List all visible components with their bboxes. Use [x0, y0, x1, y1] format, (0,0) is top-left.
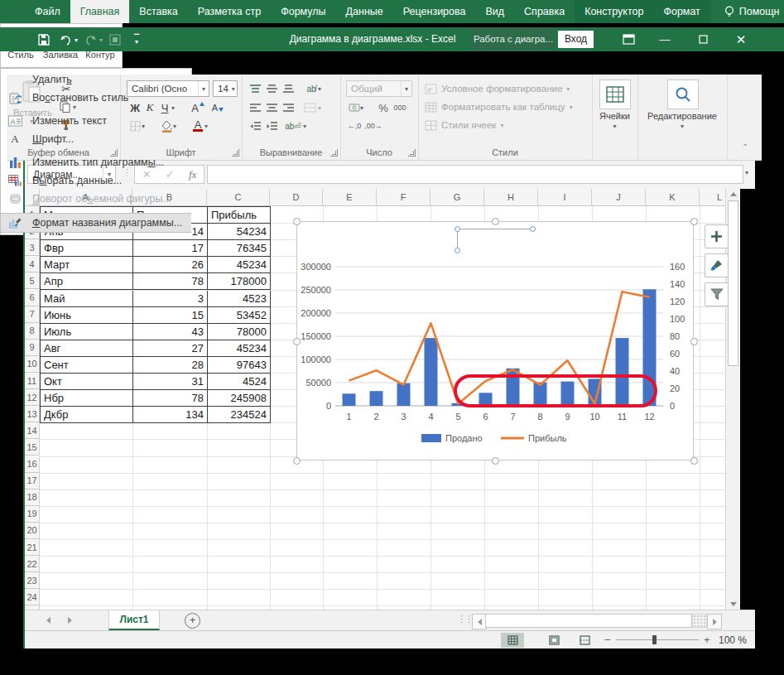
cell-C4[interactable]: 45234	[208, 257, 271, 273]
chart-handle[interactable]	[690, 457, 698, 465]
align-middle-icon[interactable]	[263, 81, 280, 96]
cell-B13[interactable]: 134	[133, 407, 208, 423]
row-header-12[interactable]: 12	[25, 389, 40, 406]
cell-B10[interactable]: 28	[133, 357, 208, 374]
cell-B4[interactable]: 26	[133, 257, 208, 273]
cell-A5[interactable]: Апр	[41, 273, 133, 290]
menu-item-выбрать-данные-[interactable]: Выбрать данные...	[1, 171, 191, 190]
row-header-10[interactable]: 10	[25, 356, 40, 373]
cell-B3[interactable]: 17	[133, 240, 208, 257]
row-header-9[interactable]: 9	[25, 340, 40, 356]
next-sheet-icon[interactable]	[68, 617, 72, 624]
cell-A10[interactable]: Сент	[41, 357, 133, 374]
zoom-in-icon[interactable]: +	[704, 634, 710, 646]
cell-A9[interactable]: Авг	[41, 340, 133, 357]
column-header-H[interactable]: H	[484, 189, 538, 206]
zoom-out-icon[interactable]: −	[604, 634, 611, 646]
grow-font-button[interactable]: A	[190, 100, 206, 115]
increase-indent-icon[interactable]	[263, 118, 280, 133]
chart-handle[interactable]	[293, 457, 301, 465]
vertical-scrollbar[interactable]	[725, 189, 740, 610]
vscroll-up-arrow[interactable]	[730, 192, 737, 196]
alignment-dialog-launcher[interactable]	[330, 149, 338, 157]
cell-C1[interactable]: Прибыль	[208, 207, 271, 224]
row-header-3[interactable]: 3	[25, 239, 40, 256]
title-handle[interactable]	[455, 248, 460, 253]
align-bottom-icon[interactable]	[280, 81, 296, 96]
cell-B7[interactable]: 15	[133, 307, 208, 324]
title-handle[interactable]	[530, 226, 536, 232]
row-header-14[interactable]: 14	[25, 422, 40, 439]
cell-B11[interactable]: 31	[133, 374, 208, 390]
row-header-4[interactable]: 4	[25, 256, 40, 272]
ribbon-tab-Главная[interactable]: Главная	[70, 0, 130, 23]
ribbon-display-options-icon[interactable]	[614, 27, 642, 51]
comma-style-icon[interactable]: 000	[392, 100, 408, 115]
hscroll-right-arrow[interactable]	[707, 614, 722, 629]
maximize-button[interactable]	[689, 27, 717, 51]
cell-C13[interactable]: 234524	[208, 407, 271, 423]
hscroll-resize-grip[interactable]	[692, 614, 707, 628]
row-header-22[interactable]: 22	[25, 556, 40, 572]
row-header-16[interactable]: 16	[25, 456, 40, 473]
row-header-5[interactable]: 5	[25, 272, 40, 289]
cell-C8[interactable]: 78000	[208, 324, 271, 340]
row-header-18[interactable]: 18	[25, 489, 40, 506]
cell-B8[interactable]: 43	[133, 324, 208, 340]
chart-elements-button[interactable]	[705, 224, 729, 248]
page-break-view-button[interactable]	[573, 633, 596, 648]
row-header-24[interactable]: 24	[25, 589, 40, 605]
menu-item-шрифт-[interactable]: АШрифт...	[1, 130, 191, 148]
orientation-dropdown-icon[interactable]: ▾	[318, 85, 321, 93]
column-header-E[interactable]: E	[323, 189, 377, 206]
row-header-19[interactable]: 19	[25, 506, 40, 523]
row-header-17[interactable]: 17	[25, 473, 40, 489]
cell-C11[interactable]: 4524	[208, 374, 271, 390]
prev-sheet-icon[interactable]	[46, 617, 51, 624]
cell-B5[interactable]: 78	[133, 273, 208, 290]
menu-item-поворот-объемной-фигуры-[interactable]: Поворот объемной фигуры...	[1, 190, 191, 208]
title-handle[interactable]	[455, 226, 460, 232]
normal-view-button[interactable]	[501, 633, 524, 648]
column-header-K[interactable]: K	[646, 189, 700, 206]
ribbon-tab-Вид[interactable]: Вид	[475, 0, 514, 23]
row-header-11[interactable]: 11	[25, 373, 40, 389]
align-left-icon[interactable]	[247, 100, 263, 115]
orientation-icon[interactable]: ab̸	[303, 81, 320, 96]
tell-me-button[interactable]: Помощн	[715, 6, 784, 18]
cell-C9[interactable]: 45234	[208, 340, 271, 357]
page-layout-view-button[interactable]	[542, 633, 565, 648]
wrap-dropdown-icon[interactable]: ▾	[303, 123, 306, 130]
ribbon-tab-Вставка[interactable]: Вставка	[129, 0, 187, 23]
row-header-6[interactable]: 6	[25, 290, 40, 306]
cell-A13[interactable]: Дкбр	[41, 407, 133, 423]
tab-split-grip[interactable]: ⋮⋮	[457, 614, 472, 624]
shrink-font-button[interactable]: A	[209, 100, 226, 115]
cell-A7[interactable]: Июнь	[41, 307, 133, 324]
cell-C6[interactable]: 4523	[208, 291, 271, 307]
row-header-7[interactable]: 7	[25, 306, 40, 323]
cell-C3[interactable]: 76345	[208, 240, 271, 257]
cell-A12[interactable]: Нбр	[41, 390, 133, 407]
zoom-slider-track[interactable]	[616, 639, 699, 640]
percent-style-icon[interactable]: %	[375, 100, 392, 115]
chart-filters-button[interactable]	[705, 282, 729, 306]
align-top-icon[interactable]	[247, 81, 263, 96]
undo-dropdown-icon[interactable]: ▾	[75, 36, 78, 44]
formula-input[interactable]	[207, 165, 743, 184]
font-size-combo[interactable]: 14▾	[213, 80, 238, 97]
editing-dropdown-icon[interactable]: ▾	[637, 123, 727, 130]
decrease-decimal-icon[interactable]: ,00→	[365, 118, 382, 133]
ribbon-tab-Справка[interactable]: Справка	[514, 0, 575, 23]
cell-C12[interactable]: 245908	[208, 390, 271, 407]
align-center-icon[interactable]	[263, 100, 280, 115]
cell-A11[interactable]: Окт	[41, 374, 133, 390]
undo-icon[interactable]	[56, 31, 75, 48]
font-dialog-launcher[interactable]	[232, 149, 239, 157]
row-header-15[interactable]: 15	[25, 439, 40, 456]
column-header-F[interactable]: F	[377, 189, 430, 206]
menu-item-восстановить-стиль[interactable]: Восстановить стиль	[1, 89, 191, 107]
chart-handle[interactable]	[690, 218, 698, 225]
cell-A6[interactable]: Май	[41, 291, 133, 307]
cells-dropdown-icon[interactable]: ▾	[592, 123, 637, 130]
